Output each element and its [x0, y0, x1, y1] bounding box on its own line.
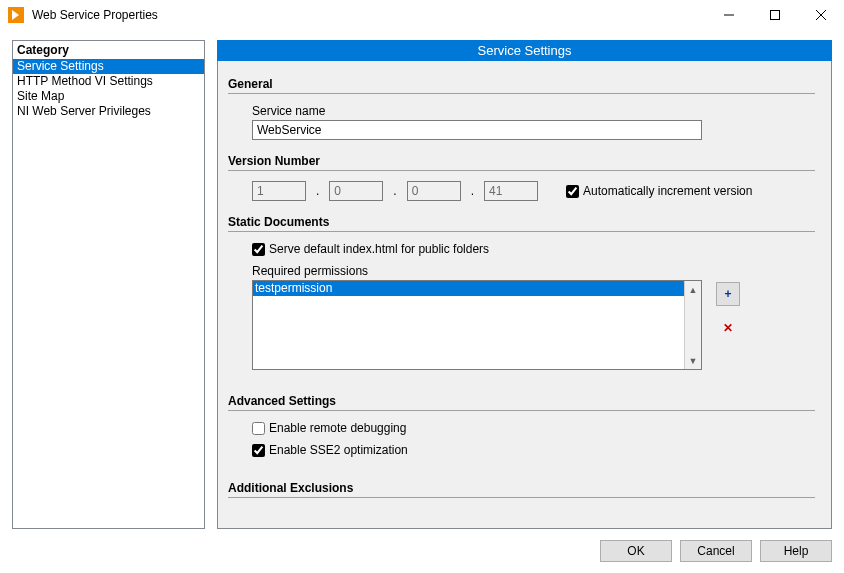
auto-increment-label: Automatically increment version	[583, 184, 752, 198]
version-dot: .	[306, 184, 329, 198]
section-rule	[228, 410, 815, 411]
sidebar-item-service-settings[interactable]: Service Settings	[13, 59, 204, 74]
version-major-input[interactable]	[252, 181, 306, 201]
category-sidebar: Category Service Settings HTTP Method VI…	[12, 40, 205, 529]
sidebar-header: Category	[13, 41, 204, 59]
ok-button[interactable]: OK	[600, 540, 672, 562]
add-permission-button[interactable]: +	[716, 282, 740, 306]
plus-icon: +	[724, 288, 731, 300]
window-controls	[706, 0, 844, 30]
svg-rect-1	[771, 11, 780, 20]
version-build-input[interactable]	[484, 181, 538, 201]
permissions-scrollbar[interactable]: ▲ ▼	[684, 281, 701, 369]
app-icon	[8, 7, 24, 23]
panel-header: Service Settings	[217, 40, 832, 61]
remove-permission-button[interactable]: ✕	[716, 316, 740, 340]
section-static-title: Static Documents	[228, 215, 815, 229]
panel-body[interactable]: General Service name Version Number . . …	[218, 61, 831, 528]
sidebar-item-site-map[interactable]: Site Map	[13, 89, 204, 104]
section-rule	[228, 170, 815, 171]
delete-icon: ✕	[723, 321, 733, 335]
permissions-listbox[interactable]: testpermission ▲ ▼	[252, 280, 702, 370]
section-rule	[228, 93, 815, 94]
serve-index-checkbox[interactable]	[252, 243, 265, 256]
close-button[interactable]	[798, 0, 844, 30]
scroll-up-icon[interactable]: ▲	[685, 281, 701, 298]
permissions-area: testpermission ▲ ▼ + ✕	[252, 280, 815, 370]
sse2-row[interactable]: Enable SSE2 optimization	[252, 443, 815, 457]
serve-index-row[interactable]: Serve default index.html for public fold…	[252, 242, 815, 256]
version-fix-input[interactable]	[407, 181, 461, 201]
sse2-label: Enable SSE2 optimization	[269, 443, 408, 457]
section-advanced-title: Advanced Settings	[228, 394, 815, 408]
sse2-checkbox[interactable]	[252, 444, 265, 457]
required-permissions-label: Required permissions	[252, 264, 815, 278]
section-version-title: Version Number	[228, 154, 815, 168]
auto-increment-row[interactable]: Automatically increment version	[566, 184, 752, 198]
scroll-down-icon[interactable]: ▼	[685, 352, 701, 369]
version-dot: .	[461, 184, 484, 198]
section-cutoff-title: Additional Exclusions	[228, 481, 815, 495]
sidebar-item-http-method-vi[interactable]: HTTP Method VI Settings	[13, 74, 204, 89]
permission-item[interactable]: testpermission	[253, 281, 684, 296]
minimize-button[interactable]	[706, 0, 752, 30]
panel-body-wrapper: General Service name Version Number . . …	[217, 61, 832, 529]
service-name-input[interactable]	[252, 120, 702, 140]
service-name-label: Service name	[252, 104, 815, 118]
settings-panel: Service Settings General Service name Ve…	[217, 40, 832, 529]
remote-debug-checkbox[interactable]	[252, 422, 265, 435]
remote-debug-label: Enable remote debugging	[269, 421, 406, 435]
maximize-button[interactable]	[752, 0, 798, 30]
section-rule	[228, 231, 815, 232]
sidebar-item-ni-web-server[interactable]: NI Web Server Privileges	[13, 104, 204, 119]
section-rule	[228, 497, 815, 498]
help-button[interactable]: Help	[760, 540, 832, 562]
content-area: Category Service Settings HTTP Method VI…	[12, 40, 832, 529]
auto-increment-checkbox[interactable]	[566, 185, 579, 198]
titlebar: Web Service Properties	[0, 0, 844, 30]
version-minor-input[interactable]	[329, 181, 383, 201]
remote-debug-row[interactable]: Enable remote debugging	[252, 421, 815, 435]
section-general-title: General	[228, 77, 815, 91]
permission-buttons: + ✕	[716, 282, 740, 370]
cancel-button[interactable]: Cancel	[680, 540, 752, 562]
version-dot: .	[383, 184, 406, 198]
window-title: Web Service Properties	[32, 8, 706, 22]
serve-index-label: Serve default index.html for public fold…	[269, 242, 489, 256]
dialog-footer: OK Cancel Help	[0, 529, 844, 573]
